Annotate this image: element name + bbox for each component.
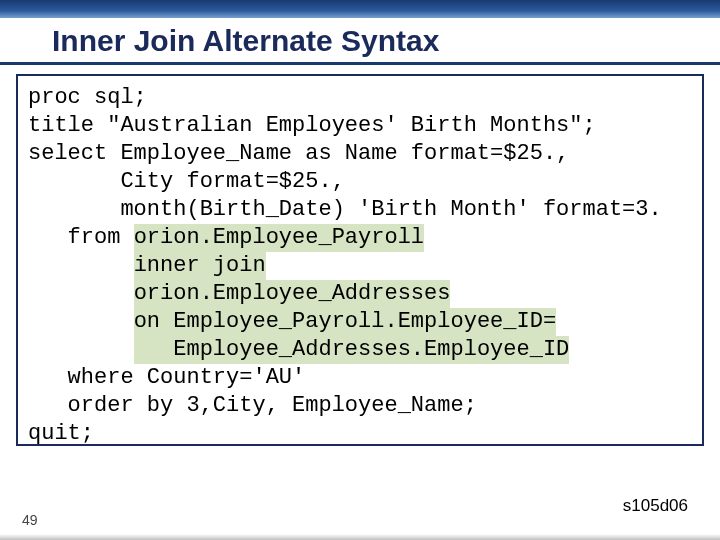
code-line-prefix: from bbox=[28, 225, 134, 250]
title-underline bbox=[0, 62, 720, 65]
code-block: proc sql; title "Australian Employees' B… bbox=[16, 74, 704, 446]
code-line: order by 3,City, Employee_Name; bbox=[28, 393, 477, 418]
code-line: where Country='AU' bbox=[28, 365, 305, 390]
code-line: City format=$25., bbox=[28, 169, 345, 194]
code-line: quit; bbox=[28, 421, 94, 446]
bottom-shadow bbox=[0, 534, 720, 540]
top-banner bbox=[0, 0, 720, 18]
slide-title: Inner Join Alternate Syntax bbox=[52, 24, 439, 58]
code-line: title "Australian Employees' Birth Month… bbox=[28, 113, 596, 138]
code-line: select Employee_Name as Name format=$25.… bbox=[28, 141, 569, 166]
code-line: month(Birth_Date) 'Birth Month' format=3… bbox=[28, 197, 662, 222]
code-highlight: inner join bbox=[134, 252, 266, 280]
code-highlight: on Employee_Payroll.Employee_ID= bbox=[134, 308, 556, 336]
page-number: 49 bbox=[22, 512, 38, 528]
footer-code: s105d06 bbox=[623, 496, 688, 516]
code-highlight: orion.Employee_Addresses bbox=[134, 280, 451, 308]
code-highlight: orion.Employee_Payroll bbox=[134, 224, 424, 252]
code-highlight: Employee_Addresses.Employee_ID bbox=[134, 336, 570, 364]
code-line: proc sql; bbox=[28, 85, 147, 110]
